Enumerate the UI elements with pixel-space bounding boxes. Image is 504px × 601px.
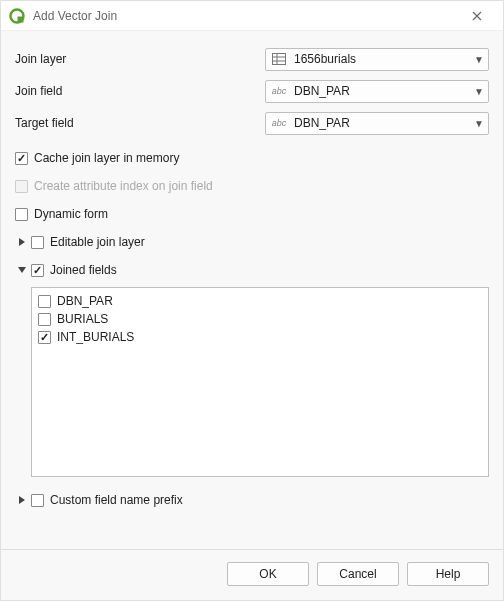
join-layer-combo[interactable]: 1656burials ▼ xyxy=(265,48,489,71)
join-field-value: DBN_PAR xyxy=(294,84,474,98)
chevron-down-icon: ▼ xyxy=(474,118,484,129)
joined-fields-list[interactable]: DBN_PAR BURIALS INT_BURIALS xyxy=(31,287,489,477)
chevron-down-icon: ▼ xyxy=(474,54,484,65)
joined-fields-expander[interactable] xyxy=(15,263,29,277)
chevron-down-icon: ▼ xyxy=(474,86,484,97)
create-index-label: Create attribute index on join field xyxy=(34,179,213,193)
field-name: BURIALS xyxy=(57,312,108,326)
list-item[interactable]: BURIALS xyxy=(38,310,482,328)
dialog-footer: OK Cancel Help xyxy=(1,549,503,600)
qgis-logo-icon xyxy=(9,8,25,24)
cancel-button[interactable]: Cancel xyxy=(317,562,399,586)
editable-checkbox[interactable] xyxy=(31,236,44,249)
editable-label: Editable join layer xyxy=(50,235,145,249)
text-field-icon: abc xyxy=(270,84,288,98)
joined-fields-label: Joined fields xyxy=(50,263,117,277)
prefix-label: Custom field name prefix xyxy=(50,493,183,507)
close-button[interactable] xyxy=(459,2,495,30)
dynamic-form-label: Dynamic form xyxy=(34,207,108,221)
cache-checkbox[interactable] xyxy=(15,152,28,165)
prefix-expander[interactable] xyxy=(15,493,29,507)
table-icon xyxy=(270,52,288,66)
create-index-checkbox xyxy=(15,180,28,193)
field-checkbox[interactable] xyxy=(38,295,51,308)
prefix-checkbox[interactable] xyxy=(31,494,44,507)
svg-rect-2 xyxy=(273,54,286,65)
field-name: DBN_PAR xyxy=(57,294,113,308)
list-item[interactable]: INT_BURIALS xyxy=(38,328,482,346)
join-layer-label: Join layer xyxy=(15,52,265,66)
window-title: Add Vector Join xyxy=(33,9,459,23)
join-field-label: Join field xyxy=(15,84,265,98)
field-checkbox[interactable] xyxy=(38,313,51,326)
target-field-value: DBN_PAR xyxy=(294,116,474,130)
dynamic-form-checkbox[interactable] xyxy=(15,208,28,221)
text-field-icon: abc xyxy=(270,116,288,130)
dialog-body: Join layer 1656burials ▼ xyxy=(1,31,503,549)
ok-button[interactable]: OK xyxy=(227,562,309,586)
svg-rect-1 xyxy=(18,16,24,22)
field-name: INT_BURIALS xyxy=(57,330,134,344)
editable-expander[interactable] xyxy=(15,235,29,249)
list-item[interactable]: DBN_PAR xyxy=(38,292,482,310)
field-checkbox[interactable] xyxy=(38,331,51,344)
titlebar: Add Vector Join xyxy=(1,1,503,31)
target-field-combo[interactable]: abc DBN_PAR ▼ xyxy=(265,112,489,135)
join-field-combo[interactable]: abc DBN_PAR ▼ xyxy=(265,80,489,103)
join-layer-value: 1656burials xyxy=(294,52,474,66)
dialog-add-vector-join: Add Vector Join Join layer 165 xyxy=(0,0,504,601)
help-button[interactable]: Help xyxy=(407,562,489,586)
joined-fields-checkbox[interactable] xyxy=(31,264,44,277)
target-field-label: Target field xyxy=(15,116,265,130)
cache-label: Cache join layer in memory xyxy=(34,151,179,165)
